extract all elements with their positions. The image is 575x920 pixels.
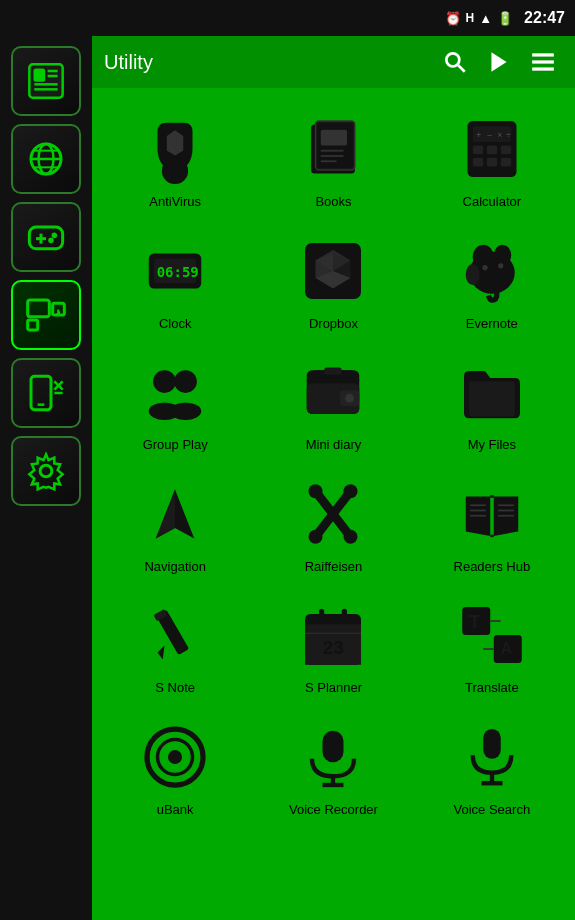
svg-point-14: [52, 233, 56, 237]
app-minidiary[interactable]: Mini diary: [254, 341, 412, 463]
svg-line-27: [458, 65, 465, 72]
evernote-icon: [455, 234, 529, 308]
calculator-label: Calculator: [463, 194, 522, 210]
svg-text:+: +: [476, 130, 481, 140]
svg-rect-95: [319, 609, 324, 621]
calculator-icon: + − × ÷: [455, 112, 529, 186]
app-splanner[interactable]: 23 S Planner: [254, 584, 412, 706]
app-ubank[interactable]: uBank: [96, 706, 254, 828]
sidebar-item-globe[interactable]: [11, 124, 81, 194]
ubank-icon: [138, 720, 212, 794]
minidiary-label: Mini diary: [306, 437, 362, 453]
ubank-label: uBank: [157, 802, 194, 818]
svg-text:T: T: [469, 612, 480, 632]
app-evernote[interactable]: Evernote: [413, 220, 571, 342]
svg-point-70: [346, 394, 355, 403]
svg-marker-73: [156, 489, 175, 538]
svg-marker-89: [158, 646, 165, 660]
sidebar-item-multimedia[interactable]: ♪: [11, 280, 81, 350]
app-myfiles[interactable]: My Files: [413, 341, 571, 463]
antivirus-label: AntiVirus: [149, 194, 201, 210]
svg-rect-18: [28, 320, 38, 330]
app-raiffeisen[interactable]: Raiffeisen: [254, 463, 412, 585]
main-layout: ♪ Utility: [0, 36, 575, 920]
svg-text:×: ×: [497, 130, 502, 140]
app-navigation[interactable]: Navigation: [96, 463, 254, 585]
evernote-label: Evernote: [466, 316, 518, 332]
navigation-icon: [138, 477, 212, 551]
app-translate[interactable]: T A Translate: [413, 584, 571, 706]
raiffeisen-icon: [296, 477, 370, 551]
svg-marker-28: [491, 52, 506, 72]
svg-point-64: [174, 370, 197, 393]
svg-rect-37: [321, 130, 347, 146]
app-readershub[interactable]: Readers Hub: [413, 463, 571, 585]
svg-rect-46: [473, 158, 484, 167]
app-voicesearch[interactable]: Voice Search: [413, 706, 571, 828]
svg-text:÷: ÷: [506, 130, 511, 140]
alarm-icon: ⏰: [445, 11, 461, 26]
readershub-icon: [455, 477, 529, 551]
topbar: Utility: [92, 36, 575, 88]
page-title: Utility: [104, 51, 153, 74]
svg-point-63: [153, 370, 176, 393]
svg-rect-48: [501, 158, 512, 167]
menu-button[interactable]: [523, 42, 563, 82]
sidebar-item-settings[interactable]: [11, 436, 81, 506]
svg-rect-29: [532, 53, 554, 56]
h-icon: H: [466, 11, 475, 25]
status-bar: ⏰ H ▲ 🔋 22:47: [0, 0, 575, 36]
app-dropbox[interactable]: Dropbox: [254, 220, 412, 342]
antivirus-icon: [138, 112, 212, 186]
svg-rect-31: [532, 67, 554, 70]
voicerecorder-label: Voice Recorder: [289, 802, 378, 818]
status-icons: ⏰ H ▲ 🔋 22:47: [445, 9, 565, 27]
groupplay-label: Group Play: [143, 437, 208, 453]
sidebar: ♪: [0, 36, 92, 920]
app-snote[interactable]: S Note: [96, 584, 254, 706]
svg-point-26: [446, 53, 459, 66]
snote-label: S Note: [155, 680, 195, 696]
translate-icon: T A: [455, 598, 529, 672]
voicesearch-icon: [455, 720, 529, 794]
svg-text:A: A: [501, 641, 512, 658]
snote-icon: [138, 598, 212, 672]
svg-point-60: [466, 264, 480, 285]
raiffeisen-label: Raiffeisen: [305, 559, 363, 575]
splanner-icon: 23: [296, 598, 370, 672]
play-store-button[interactable]: [479, 42, 519, 82]
app-antivirus[interactable]: AntiVirus: [96, 98, 254, 220]
app-grid: AntiVirus Books: [92, 88, 575, 838]
svg-point-106: [168, 750, 182, 764]
svg-rect-107: [323, 731, 344, 763]
navigation-label: Navigation: [144, 559, 205, 575]
voicerecorder-icon: [296, 720, 370, 794]
svg-rect-44: [487, 146, 498, 155]
voicesearch-label: Voice Search: [454, 802, 531, 818]
splanner-label: S Planner: [305, 680, 362, 696]
svg-point-77: [344, 484, 358, 498]
app-groupplay[interactable]: Group Play: [96, 341, 254, 463]
svg-rect-47: [487, 158, 498, 167]
status-time: 22:47: [524, 9, 565, 27]
books-label: Books: [315, 194, 351, 210]
sidebar-item-contacts[interactable]: [11, 46, 81, 116]
minidiary-icon: [296, 355, 370, 429]
sidebar-item-phone-edit[interactable]: [11, 358, 81, 428]
clock-label: Clock: [159, 316, 192, 332]
app-calculator[interactable]: + − × ÷ Calculator: [413, 98, 571, 220]
app-clock[interactable]: 06:59 Clock: [96, 220, 254, 342]
groupplay-icon: [138, 355, 212, 429]
app-books[interactable]: Books: [254, 98, 412, 220]
svg-point-76: [309, 484, 323, 498]
svg-rect-45: [501, 146, 512, 155]
svg-point-78: [309, 530, 323, 544]
dropbox-icon: [296, 234, 370, 308]
sidebar-item-game[interactable]: [11, 202, 81, 272]
myfiles-icon: [455, 355, 529, 429]
svg-point-61: [482, 264, 487, 269]
search-button[interactable]: [435, 42, 475, 82]
svg-rect-1: [34, 69, 44, 81]
books-icon: [296, 112, 370, 186]
app-voicerecorder[interactable]: Voice Recorder: [254, 706, 412, 828]
